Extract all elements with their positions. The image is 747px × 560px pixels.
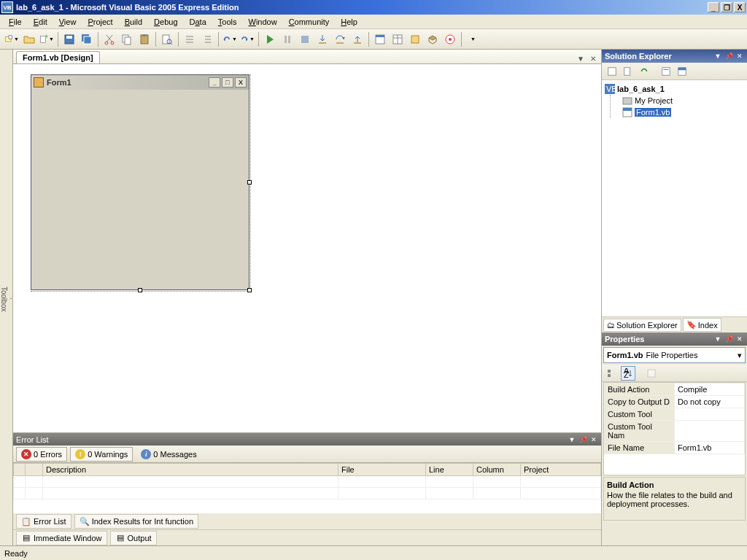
se-tab-solution-explorer[interactable]: 🗂Solution Explorer <box>603 319 681 332</box>
tree-form1[interactable]: Form1.vb <box>622 106 744 118</box>
toolbox-button[interactable] <box>425 31 441 47</box>
props-pages-button[interactable] <box>644 366 659 381</box>
prop-row-custom-tool[interactable]: Custom Tool <box>605 408 745 421</box>
table-row[interactable] <box>14 488 601 499</box>
find-button[interactable] <box>159 31 175 47</box>
step-out-button[interactable] <box>349 31 365 47</box>
tree-root[interactable]: VB lab_6_ask_1 <box>605 83 744 95</box>
menu-tools[interactable]: Tools <box>212 16 243 28</box>
tab-error-list[interactable]: 📋Error List <box>16 514 71 529</box>
tab-dropdown-button[interactable]: ▼ <box>576 53 586 63</box>
prop-row-custom-tool-ns[interactable]: Custom Tool Nam <box>605 421 745 442</box>
maximize-button[interactable]: ❐ <box>721 2 732 12</box>
open-button[interactable] <box>21 31 37 47</box>
col-column[interactable]: Column <box>473 464 521 476</box>
menu-file[interactable]: File <box>3 16 28 28</box>
props-object-selector[interactable]: Form1.vb File Properties ▾ <box>603 347 746 363</box>
properties-button[interactable] <box>390 31 406 47</box>
menu-edit[interactable]: Edit <box>28 16 53 28</box>
paste-button[interactable] <box>136 31 152 47</box>
se-view-designer-button[interactable] <box>675 64 689 79</box>
step-over-button[interactable] <box>332 31 348 47</box>
props-categorized-button[interactable] <box>605 366 619 381</box>
save-all-button[interactable] <box>79 31 95 47</box>
tab-close-button[interactable]: ✕ <box>588 53 598 63</box>
menu-bar: File Edit View Project Build Debug Data … <box>0 15 747 29</box>
se-view-code-button[interactable] <box>659 64 673 79</box>
start-debug-button[interactable] <box>262 31 278 47</box>
redo-button[interactable]: ▼ <box>239 31 255 47</box>
props-pin-button[interactable]: 📌 <box>724 335 733 343</box>
panel-pin-button[interactable]: 📌 <box>578 435 587 444</box>
uncomment-button[interactable] <box>199 31 215 47</box>
solution-tree[interactable]: VB lab_6_ask_1 My Project Form1.vb <box>602 80 747 316</box>
start-page-button[interactable] <box>442 31 458 47</box>
se-tab-index[interactable]: 🔖Index <box>683 318 721 332</box>
solution-explorer-button[interactable] <box>372 31 388 47</box>
messages-filter-button[interactable]: i0 Messages <box>136 447 201 462</box>
error-grid[interactable]: Description File Line Column Project <box>13 463 601 513</box>
menu-data[interactable]: Data <box>184 16 212 28</box>
menu-window[interactable]: Window <box>242 16 282 28</box>
menu-help[interactable]: Help <box>335 16 363 28</box>
toolbox-collapsed[interactable]: Toolbox <box>0 50 13 545</box>
prop-row-file-name[interactable]: File NameForm1.vb <box>605 442 745 454</box>
new-project-button[interactable]: ▼ <box>4 31 20 47</box>
cut-button[interactable] <box>101 31 117 47</box>
svg-rect-52 <box>648 370 655 377</box>
copy-button[interactable] <box>119 31 135 47</box>
stop-button[interactable] <box>297 31 313 47</box>
props-alphabetical-button[interactable]: AZ <box>621 366 635 381</box>
comment-button[interactable] <box>182 31 198 47</box>
col-file[interactable]: File <box>338 464 426 476</box>
tab-index-results[interactable]: 🔍Index Results for Int function <box>74 514 198 529</box>
svg-rect-25 <box>301 36 309 43</box>
toolbar-options-button[interactable]: ▼ <box>465 31 481 47</box>
chevron-down-icon[interactable]: ▾ <box>738 351 742 360</box>
add-item-button[interactable]: +▼ <box>39 31 55 47</box>
menu-debug[interactable]: Debug <box>148 16 183 28</box>
menu-project[interactable]: Project <box>82 16 118 28</box>
col-icon[interactable] <box>14 464 26 476</box>
menu-build[interactable]: Build <box>119 16 148 28</box>
form-preview[interactable]: Form1 _ □ X <box>31 74 249 290</box>
props-grid[interactable]: Build ActionCompile Copy to Output DDo n… <box>603 382 746 475</box>
errors-filter-button[interactable]: ✕0 Errors <box>16 447 67 462</box>
doc-tab-form1[interactable]: Form1.vb [Design] <box>16 51 100 63</box>
se-properties-button[interactable] <box>605 64 619 79</box>
tab-immediate[interactable]: ▤Immediate Window <box>16 531 107 545</box>
col-number[interactable] <box>26 464 43 476</box>
se-dropdown-button[interactable]: ▼ <box>713 52 722 61</box>
svg-rect-37 <box>608 67 616 75</box>
pause-button[interactable] <box>279 31 295 47</box>
col-line[interactable]: Line <box>426 464 473 476</box>
se-close-button[interactable]: ✕ <box>735 52 744 61</box>
prop-row-copy[interactable]: Copy to Output DDo not copy <box>605 396 745 408</box>
tab-output[interactable]: ▤Output <box>110 531 157 545</box>
se-pin-button[interactable]: 📌 <box>724 52 733 61</box>
resize-handle-right[interactable] <box>247 180 252 184</box>
col-project[interactable]: Project <box>521 464 601 476</box>
resize-handle-bottom[interactable] <box>138 288 142 292</box>
panel-dropdown-button[interactable]: ▼ <box>568 435 576 444</box>
se-show-all-button[interactable] <box>621 64 635 79</box>
close-button[interactable]: X <box>734 2 746 12</box>
menu-community[interactable]: Community <box>283 16 336 28</box>
save-button[interactable] <box>61 31 77 47</box>
warnings-filter-button[interactable]: !0 Warnings <box>70 447 133 462</box>
minimize-button[interactable]: _ <box>708 2 719 12</box>
col-description[interactable]: Description <box>43 464 338 476</box>
props-close-button[interactable]: ✕ <box>735 335 744 343</box>
panel-close-button[interactable]: ✕ <box>589 435 598 444</box>
form-designer[interactable]: Form1 _ □ X <box>13 64 601 433</box>
prop-row-build-action[interactable]: Build ActionCompile <box>605 384 745 396</box>
tree-my-project[interactable]: My Project <box>622 95 744 106</box>
object-browser-button[interactable] <box>407 31 423 47</box>
undo-button[interactable]: ▼ <box>222 31 238 47</box>
step-into-button[interactable] <box>314 31 330 47</box>
se-refresh-button[interactable] <box>637 64 651 79</box>
props-dropdown-button[interactable]: ▼ <box>713 335 722 343</box>
menu-view[interactable]: View <box>53 16 82 28</box>
table-row[interactable] <box>14 476 601 488</box>
resize-handle-corner[interactable] <box>247 288 252 292</box>
